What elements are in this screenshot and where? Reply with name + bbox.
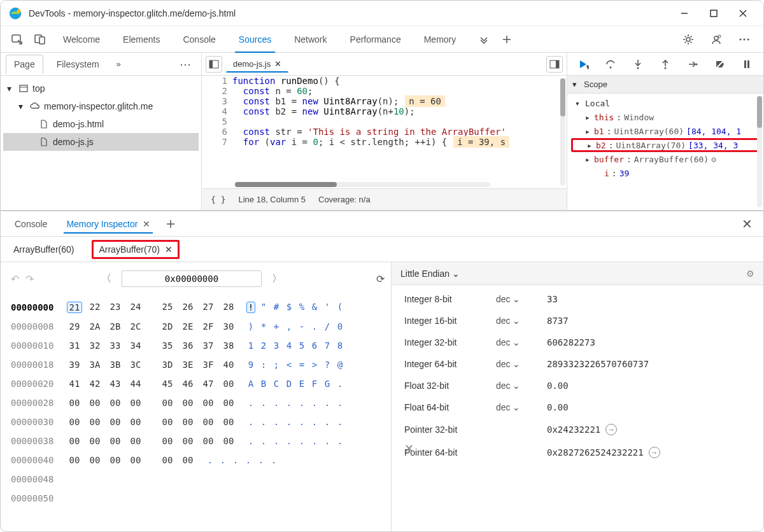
hex-byte[interactable]: 00 bbox=[160, 455, 175, 465]
hex-byte[interactable]: 00 bbox=[87, 398, 103, 408]
ascii-char[interactable]: 9 bbox=[246, 360, 255, 370]
ascii-char[interactable]: ; bbox=[272, 360, 281, 370]
hex-byte[interactable]: 29 bbox=[67, 321, 82, 332]
hex-byte[interactable]: 39 bbox=[67, 360, 82, 370]
hex-byte[interactable]: 2B bbox=[108, 321, 123, 332]
ascii-char[interactable]: = bbox=[297, 360, 306, 370]
hex-byte[interactable]: 42 bbox=[87, 379, 103, 389]
hex-byte[interactable]: 00 bbox=[180, 398, 195, 408]
hex-byte[interactable]: 28 bbox=[221, 302, 236, 313]
pause-exceptions-icon[interactable] bbox=[739, 56, 755, 73]
value-format-select[interactable]: dec ⌄ bbox=[496, 402, 547, 412]
ascii-char[interactable]: . bbox=[259, 398, 268, 408]
scope-variable[interactable]: ▸this: Window bbox=[571, 110, 760, 124]
hex-row[interactable]: 00000050 bbox=[11, 489, 385, 508]
braces-icon[interactable]: { } bbox=[211, 195, 225, 204]
add-drawer-tab-icon[interactable] bbox=[162, 215, 180, 233]
ascii-char[interactable]: @ bbox=[336, 360, 344, 370]
editor-tab[interactable]: demo-js.js ✕ bbox=[226, 56, 288, 73]
ascii-char[interactable]: . bbox=[336, 398, 344, 408]
hex-byte[interactable]: 00 bbox=[160, 398, 175, 408]
ascii-char[interactable]: . bbox=[310, 417, 319, 427]
tab-network[interactable]: Network bbox=[283, 26, 338, 53]
tab-performance[interactable]: Performance bbox=[339, 26, 413, 53]
refresh-icon[interactable]: ⟳ bbox=[376, 273, 385, 285]
ascii-char[interactable]: . bbox=[246, 417, 255, 427]
ascii-char[interactable]: E bbox=[297, 379, 306, 389]
hex-byte[interactable]: 3B bbox=[108, 360, 123, 370]
ascii-char[interactable]: 8 bbox=[336, 340, 344, 351]
tab-console[interactable]: Console bbox=[171, 26, 227, 53]
hex-byte[interactable]: 26 bbox=[180, 302, 195, 313]
hex-byte[interactable]: 22 bbox=[87, 302, 103, 313]
ascii-char[interactable]: . bbox=[336, 379, 344, 389]
ascii-char[interactable]: . bbox=[323, 436, 332, 446]
hex-row[interactable]: 00000008292A2B2C2D2E2F30)*+,-./0 bbox=[11, 317, 385, 336]
hex-byte[interactable]: 44 bbox=[128, 379, 143, 389]
ascii-char[interactable]: . bbox=[285, 436, 294, 446]
hex-byte[interactable]: 47 bbox=[201, 379, 216, 389]
ascii-char[interactable]: ( bbox=[336, 302, 344, 313]
hex-byte[interactable]: 00 bbox=[221, 436, 236, 446]
ascii-char[interactable]: A bbox=[246, 379, 255, 389]
ascii-char[interactable]: ) bbox=[246, 321, 255, 332]
ascii-char[interactable]: 7 bbox=[323, 340, 332, 351]
hex-byte[interactable]: 00 bbox=[201, 436, 216, 446]
hex-byte[interactable]: 41 bbox=[67, 379, 82, 389]
hex-byte[interactable]: 00 bbox=[67, 398, 82, 408]
ascii-char[interactable]: : bbox=[259, 360, 268, 370]
hex-byte[interactable]: 00 bbox=[201, 417, 216, 427]
ascii-char[interactable]: $ bbox=[285, 302, 294, 313]
ascii-char[interactable]: ! bbox=[246, 302, 255, 313]
scope-variable[interactable]: ▸buffer: ArrayBuffer(60) ⚙ bbox=[571, 152, 760, 166]
hex-byte[interactable]: 31 bbox=[67, 340, 82, 351]
ascii-char[interactable]: * bbox=[259, 321, 268, 332]
hex-byte[interactable]: 3D bbox=[160, 360, 175, 370]
hex-byte[interactable]: 38 bbox=[221, 340, 236, 351]
ascii-char[interactable]: < bbox=[285, 360, 294, 370]
ascii-char[interactable]: " bbox=[259, 302, 268, 313]
ascii-char[interactable]: / bbox=[323, 321, 332, 332]
tree-file-js[interactable]: demo-js.js bbox=[3, 133, 199, 151]
hex-row[interactable]: 000000280000000000000000........ bbox=[11, 393, 385, 412]
tab-welcome[interactable]: Welcome bbox=[52, 26, 111, 53]
hex-row[interactable]: 00000010313233343536373812345678 bbox=[11, 336, 385, 355]
hex-row[interactable]: 000000300000000000000000........ bbox=[11, 412, 385, 431]
vertical-scrollbar[interactable] bbox=[560, 78, 565, 186]
ascii-char[interactable]: . bbox=[231, 455, 240, 465]
step-into-icon[interactable] bbox=[630, 56, 646, 73]
toggle-navigator-icon[interactable] bbox=[206, 56, 222, 73]
tab-filesystem[interactable]: Filesystem bbox=[48, 55, 108, 74]
ascii-char[interactable]: ' bbox=[323, 302, 332, 313]
hex-byte[interactable]: 00 bbox=[128, 436, 143, 446]
hex-byte[interactable]: 3F bbox=[201, 360, 216, 370]
device-toolbar-icon[interactable] bbox=[29, 28, 52, 51]
hex-byte[interactable]: 00 bbox=[87, 436, 103, 446]
ascii-char[interactable]: 4 bbox=[285, 340, 294, 351]
hex-byte[interactable]: 3C bbox=[128, 360, 143, 370]
scope-local[interactable]: Local bbox=[571, 96, 760, 110]
hex-byte[interactable]: 00 bbox=[67, 436, 82, 446]
ascii-char[interactable]: > bbox=[310, 360, 319, 370]
ascii-char[interactable]: 0 bbox=[336, 321, 344, 332]
horizontal-scrollbar[interactable] bbox=[235, 182, 490, 187]
hex-byte[interactable]: 00 bbox=[221, 379, 236, 389]
ascii-char[interactable]: . bbox=[323, 398, 332, 408]
hex-byte[interactable]: 45 bbox=[160, 379, 175, 389]
hex-row[interactable]: 00000018393A3B3C3D3E3F409:;<=>?@ bbox=[11, 355, 385, 374]
ascii-char[interactable]: . bbox=[218, 455, 227, 465]
hex-byte[interactable]: 33 bbox=[108, 340, 123, 351]
more-tabs-icon[interactable] bbox=[472, 28, 495, 51]
hex-byte[interactable]: 3A bbox=[87, 360, 103, 370]
hex-byte[interactable]: 34 bbox=[128, 340, 143, 351]
ascii-char[interactable]: + bbox=[272, 321, 281, 332]
ascii-char[interactable]: % bbox=[297, 302, 306, 313]
hex-byte[interactable]: 00 bbox=[128, 398, 143, 408]
value-settings-icon[interactable]: ⚙ bbox=[746, 269, 754, 279]
hex-byte[interactable]: 2D bbox=[160, 321, 175, 332]
more-navigator-tabs-icon[interactable]: » bbox=[113, 59, 125, 69]
ascii-char[interactable]: . bbox=[336, 436, 344, 446]
ascii-char[interactable]: . bbox=[257, 455, 265, 465]
ascii-char[interactable]: ? bbox=[323, 360, 332, 370]
ascii-char[interactable]: G bbox=[323, 379, 332, 389]
